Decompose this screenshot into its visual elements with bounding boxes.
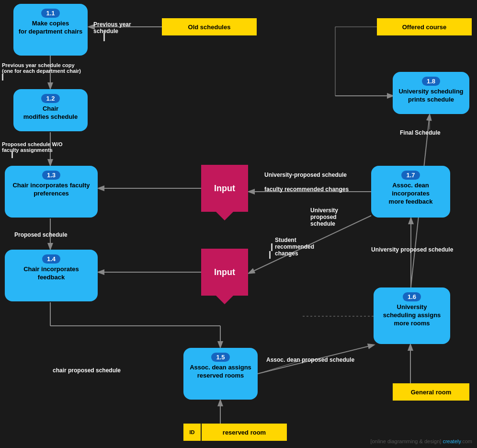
offered-course-label: Offered course <box>402 23 446 31</box>
flow-label-assoc-dean: Assoc. dean proposed schedule <box>266 356 354 363</box>
proposed-wo-arrow <box>11 151 13 158</box>
box-label-18: University schedulingprints schedule <box>398 88 465 104</box>
process-box-16: 1.6 Universityscheduling assignsmore roo… <box>374 287 450 344</box>
flow-label-prev-year: Previous yearschedule <box>93 21 131 34</box>
box-label-14: Chair incorporatesfeedback <box>10 265 93 282</box>
box-id-16: 1.6 <box>403 292 421 301</box>
general-room-label: General room <box>411 389 452 396</box>
flow-label-univ-proposed-2: Universityproposedschedule <box>310 207 338 227</box>
box-label-16: Universityscheduling assignsmore rooms <box>378 303 445 328</box>
box-id-14: 1.4 <box>42 254 60 264</box>
box-id-15: 1.5 <box>211 353 229 362</box>
prev-year-arrow <box>103 33 105 41</box>
data-box-general-room: General room <box>393 383 469 401</box>
flow-label-univ-proposed-1: University-proposed schedule <box>264 172 347 178</box>
box-label-11: Make copiesfor department chairs <box>18 20 83 36</box>
reserved-room-label: reserved room <box>223 429 266 436</box>
student-rec-arrow <box>271 243 273 251</box>
input-box-2: Input <box>201 249 248 296</box>
process-box-18: 1.8 University schedulingprints schedule <box>393 72 469 114</box>
data-box-old-schedules: Old schedules <box>162 18 257 35</box>
box-label-17: Assoc. dean incorporatesmore feedback <box>376 182 445 206</box>
flow-label-proposed-wo: Proposed schedule W/Ofaculty assignments <box>2 141 98 153</box>
watermark: [online diagramming & design] creately.c… <box>370 438 472 444</box>
flow-label-faculty-rec: faculty recommended changes <box>264 186 349 193</box>
process-box-11: 1.1 Make copiesfor department chairs <box>13 4 88 56</box>
prev-year-copy-arrow <box>2 74 3 80</box>
process-box-14: 1.4 Chair incorporatesfeedback <box>5 250 98 301</box>
box-id-12: 1.2 <box>41 94 59 103</box>
id-tag: ID <box>183 424 201 441</box>
box-label-13: Chair incorporates facultypreferences <box>10 182 93 198</box>
box-id-13: 1.3 <box>42 171 60 180</box>
process-box-17: 1.7 Assoc. dean incorporatesmore feedbac… <box>371 166 450 218</box>
box-id-17: 1.7 <box>401 171 420 180</box>
flow-label-univ-proposed-3: University proposed schedule <box>371 246 453 253</box>
box-id-11: 1.1 <box>41 9 59 18</box>
student-rec-arrow2 <box>269 251 271 259</box>
old-schedules-label: Old schedules <box>188 23 231 31</box>
box-label-15: Assoc. dean assignsreserved rooms <box>188 364 253 380</box>
input-box-1: Input <box>201 165 248 212</box>
flow-label-prev-year-copy: Previous year schedule copy(one for each… <box>2 62 98 74</box>
process-box-13: 1.3 Chair incorporates facultypreference… <box>5 166 98 218</box>
box-id-18: 1.8 <box>422 77 440 86</box>
input-label-1: Input <box>214 184 235 194</box>
process-box-15: 1.5 Assoc. dean assignsreserved rooms <box>183 348 258 400</box>
data-box-offered-course: Offered course <box>377 18 472 35</box>
flow-label-student-rec: Studentrecommendedchanges <box>275 237 314 257</box>
box-label-12: Chairmodifies schedule <box>18 105 83 121</box>
flow-label-chair-proposed: chair proposed schedule <box>53 367 121 374</box>
flow-label-proposed: Proposed schedule <box>14 231 68 238</box>
flow-label-final: Final Schedule <box>400 129 441 136</box>
process-box-12: 1.2 Chairmodifies schedule <box>13 89 88 131</box>
data-box-reserved-room: reserved room <box>202 424 287 441</box>
input-label-2: Input <box>214 267 235 277</box>
